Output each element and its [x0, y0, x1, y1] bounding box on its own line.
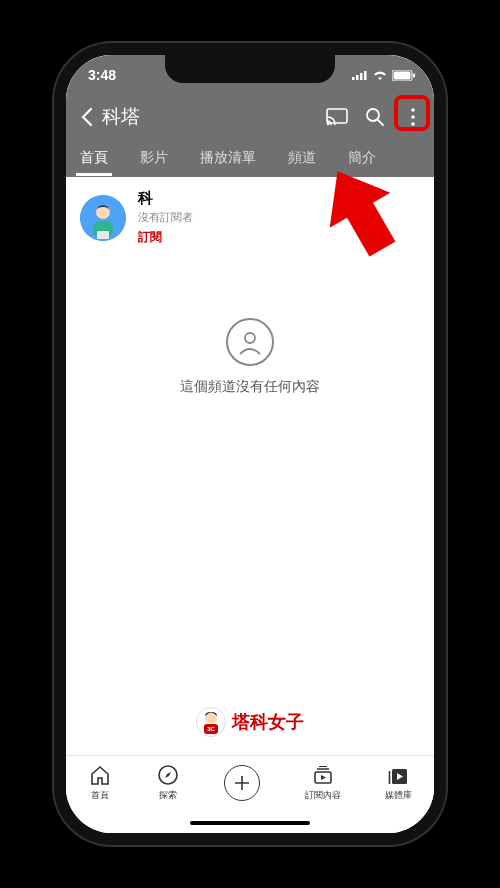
- svg-rect-3: [364, 71, 367, 80]
- svg-rect-7: [327, 109, 347, 123]
- signal-icon: [352, 70, 368, 80]
- app-header: 科塔: [66, 95, 434, 139]
- nav-library-label: 媒體庫: [385, 789, 412, 802]
- nav-library[interactable]: 媒體庫: [385, 763, 412, 802]
- highlight-box: [394, 95, 430, 131]
- subscriptions-icon: [311, 763, 335, 787]
- nav-subscriptions-label: 訂閱內容: [305, 789, 341, 802]
- wifi-icon: [372, 70, 388, 81]
- tab-playlists[interactable]: 播放清單: [196, 140, 260, 176]
- svg-rect-2: [360, 73, 363, 80]
- svg-rect-1: [356, 75, 359, 80]
- svg-text:3C: 3C: [207, 726, 215, 732]
- cast-icon[interactable]: [326, 106, 348, 128]
- watermark-avatar-icon: 3C: [196, 707, 226, 737]
- svg-point-9: [367, 109, 379, 121]
- nav-explore-label: 探索: [159, 789, 177, 802]
- nav-explore[interactable]: 探索: [156, 763, 180, 802]
- content-area: 這個頻道沒有任何內容 3C 塔科女子: [66, 258, 434, 755]
- svg-line-10: [378, 120, 383, 125]
- back-button[interactable]: [72, 107, 100, 127]
- watermark-text: 塔科女子: [232, 710, 304, 734]
- nav-subscriptions[interactable]: 訂閱內容: [305, 763, 341, 802]
- nav-home[interactable]: 首頁: [88, 763, 112, 802]
- phone-frame: 3:48 科塔: [54, 43, 446, 845]
- subscribe-button[interactable]: 訂閱: [138, 229, 193, 246]
- channel-avatar[interactable]: [80, 195, 126, 241]
- battery-icon: [392, 70, 416, 81]
- notch: [165, 55, 335, 83]
- svg-rect-5: [394, 71, 411, 79]
- channel-tabs: 首頁 影片 播放清單 頻道 簡介: [66, 139, 434, 177]
- svg-rect-17: [97, 231, 109, 239]
- status-indicators: [352, 70, 416, 81]
- channel-name: 科: [138, 189, 193, 208]
- svg-rect-0: [352, 77, 355, 80]
- watermark: 3C 塔科女子: [66, 707, 434, 737]
- nav-home-label: 首頁: [91, 789, 109, 802]
- search-icon[interactable]: [364, 106, 386, 128]
- tab-home[interactable]: 首頁: [76, 140, 112, 176]
- tab-videos[interactable]: 影片: [136, 140, 172, 176]
- nav-create[interactable]: [224, 765, 260, 801]
- empty-state-text: 這個頻道沒有任何內容: [180, 378, 320, 396]
- home-icon: [88, 763, 112, 787]
- svg-point-18: [245, 333, 255, 343]
- bottom-nav: 首頁 探索 訂閱內容: [66, 755, 434, 813]
- status-time: 3:48: [88, 67, 116, 83]
- compass-icon: [156, 763, 180, 787]
- library-icon: [386, 763, 410, 787]
- home-indicator: [66, 813, 434, 833]
- svg-point-8: [327, 123, 330, 126]
- tab-channels[interactable]: 頻道: [284, 140, 320, 176]
- channel-subscribers: 沒有訂閱者: [138, 210, 193, 225]
- plus-icon: [224, 765, 260, 801]
- empty-profile-icon: [226, 318, 274, 366]
- header-title: 科塔: [102, 104, 326, 130]
- svg-rect-6: [413, 73, 415, 77]
